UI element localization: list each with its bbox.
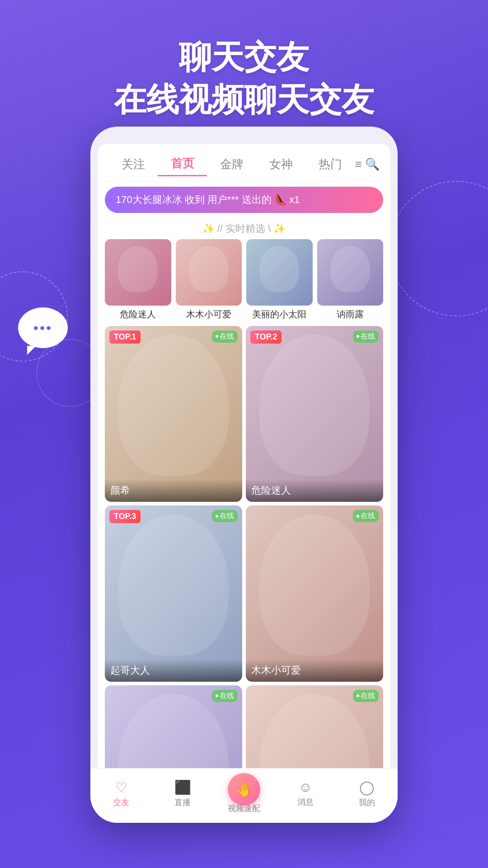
user-name-overlay-1: 颜希 [105, 479, 242, 502]
nav-label-friends: 交友 [113, 798, 129, 807]
video-match-button[interactable]: 🤚 [228, 773, 260, 806]
nav-item-gold[interactable]: 金牌 [207, 153, 256, 176]
header-title-line1: 聊天交友 [0, 36, 488, 79]
online-badge-2: 在线 [353, 330, 379, 343]
nav-tab-live[interactable]: ⬛ 直播 [152, 779, 213, 808]
user-name-1: 危险迷人 [105, 308, 171, 321]
nav-label-messages: 消息 [297, 797, 314, 807]
nav-tab-profile[interactable]: ◯ 我的 [336, 779, 390, 808]
header-title-line2: 在线视频聊天交友 [0, 79, 488, 121]
section-title: ✨ // 实时精选 \ ✨ [98, 218, 390, 239]
scroll-content: 170大长腿冰冰 收到 用户*** 送出的 👠 x1 ✨ // 实时精选 \ ✨… [98, 181, 390, 811]
list-item[interactable]: TOP.2 在线 危险迷人 [246, 326, 383, 502]
user-avatar-1 [105, 239, 171, 306]
messages-icon: ☺ [275, 779, 336, 795]
online-badge-5: 在线 [212, 690, 238, 702]
nav-tab-friends[interactable]: ♡ 交友 [98, 779, 152, 808]
search-icon[interactable]: ≡ 🔍 [355, 157, 380, 171]
gift-banner: 170大长腿冰冰 收到 用户*** 送出的 👠 x1 [105, 187, 383, 213]
list-item[interactable]: 美丽的小太阳 [246, 239, 313, 321]
header-section: 聊天交友 在线视频聊天交友 [0, 0, 488, 121]
user-name-2: 木木小可爱 [176, 308, 242, 321]
nav-bar: 关注 首页 金牌 女神 热门 ≡ 🔍 [98, 144, 390, 181]
nav-label-profile: 我的 [359, 798, 375, 807]
nav-label-live: 直播 [174, 798, 191, 807]
nav-label-video-match: 视频速配 [213, 803, 275, 814]
phone-notch [203, 127, 285, 140]
live-icon: ⬛ [152, 779, 213, 795]
list-item[interactable]: 在线 木木小可爱 [246, 505, 383, 682]
nav-item-hot[interactable]: 热门 [306, 153, 355, 176]
user-avatar-4 [317, 239, 384, 306]
list-item[interactable]: TOP.1 在线 颜希 [105, 326, 242, 502]
nav-item-follow[interactable]: 关注 [108, 153, 158, 176]
online-badge-4: 在线 [353, 510, 379, 522]
nav-item-home[interactable]: 首页 [158, 152, 207, 176]
list-item[interactable]: 讷雨露 [317, 239, 384, 321]
user-avatar-3 [246, 239, 313, 306]
user-name-4: 讷雨露 [317, 308, 384, 321]
rank-badge-1: TOP.1 [109, 330, 141, 344]
nav-tab-messages[interactable]: ☺ 消息 [275, 779, 336, 807]
profile-icon: ◯ [336, 779, 390, 795]
chat-bubble-decoration: ••• [18, 307, 68, 348]
user-name-overlay-2: 危险迷人 [246, 479, 383, 502]
banner-text: 170大长腿冰冰 收到 用户*** 送出的 👠 x1 [116, 193, 300, 207]
nav-item-goddess[interactable]: 女神 [256, 153, 305, 176]
bottom-navigation: ♡ 交友 ⬛ 直播 🤚 视频速配 ☺ 消息 ◯ 我的 [98, 768, 390, 823]
small-cards-grid: 危险迷人 木木小可爱 美丽的小太阳 [98, 239, 390, 326]
online-badge-6: 在线 [353, 690, 379, 702]
list-item[interactable]: 木木小可爱 [176, 239, 242, 321]
friends-icon: ♡ [98, 779, 152, 795]
phone-inner: 关注 首页 金牌 女神 热门 ≡ 🔍 170大长腿冰冰 收到 用户*** 送出的… [98, 144, 390, 823]
nav-tab-video-match[interactable]: 🤚 视频速配 [213, 773, 275, 814]
list-item[interactable]: TOP.3 在线 起哥大人 [105, 505, 242, 682]
user-name-3: 美丽的小太阳 [246, 308, 313, 321]
user-name-overlay-4: 木木小可爱 [246, 659, 383, 682]
chat-dots: ••• [33, 320, 53, 336]
online-badge-3: 在线 [212, 510, 238, 522]
rank-badge-2: TOP.2 [250, 330, 282, 344]
online-badge-1: 在线 [212, 330, 238, 343]
list-item[interactable]: 危险迷人 [105, 239, 171, 321]
user-name-overlay-3: 起哥大人 [105, 659, 242, 682]
rank-badge-3: TOP.3 [109, 510, 141, 523]
user-avatar-2 [176, 239, 242, 306]
big-cards-grid: TOP.1 在线 颜希 TOP.2 在线 危险迷人 [98, 326, 390, 812]
video-match-icon: 🤚 [236, 782, 253, 797]
phone-mockup: 关注 首页 金牌 女神 热门 ≡ 🔍 170大长腿冰冰 收到 用户*** 送出的… [90, 127, 398, 823]
